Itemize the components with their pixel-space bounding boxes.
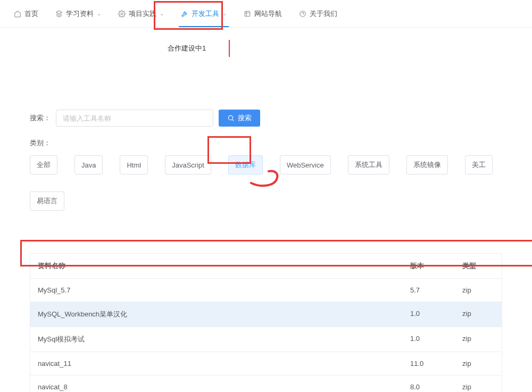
nav-label: 首页 — [24, 9, 38, 19]
category-button[interactable]: Java — [74, 155, 103, 174]
nav-home[interactable]: 首页 — [6, 1, 46, 27]
search-button[interactable]: 搜索 — [219, 110, 260, 127]
table-row[interactable]: MySql_5.75.7zip — [30, 279, 502, 302]
home-icon — [14, 10, 21, 18]
category-button[interactable]: 美工 — [465, 155, 493, 174]
cell-name: MySql模拟考试 — [30, 327, 403, 352]
category-button[interactable]: Html — [120, 155, 148, 174]
cell-type: zip — [455, 376, 502, 392]
cell-version: 1.0 — [403, 327, 455, 352]
category-button[interactable]: 数据库 — [228, 155, 263, 174]
cube-icon — [55, 10, 63, 18]
cell-version: 8.0 — [403, 376, 455, 392]
cell-version: 1.0 — [403, 302, 455, 327]
table-row[interactable]: MySQL_Workbench菜单汉化1.0zip — [30, 302, 502, 327]
nav-study[interactable]: 学习资料 ⌄ — [48, 1, 109, 27]
search-button-label: 搜索 — [238, 113, 252, 123]
cell-name: navicat_8 — [30, 376, 403, 392]
annotation-red-bar — [229, 40, 230, 57]
category-button[interactable]: 全部 — [30, 155, 57, 174]
cell-type: zip — [455, 327, 502, 352]
category-button[interactable]: WebService — [280, 155, 331, 174]
th-type: 类型 — [455, 254, 502, 279]
svg-point-3 — [228, 115, 232, 120]
th-name: 资料名称 — [30, 254, 403, 279]
chevron-down-icon: ⌄ — [97, 11, 101, 16]
category-button[interactable]: 易语言 — [30, 191, 64, 211]
nav-label: 学习资料 — [66, 9, 94, 19]
nav-label: 关于我们 — [310, 9, 337, 19]
chevron-down-icon: ⌄ — [222, 11, 227, 16]
category-row: 全部JavaHtmlJavaScript数据库WebService系统工具系统镜… — [30, 155, 502, 211]
search-icon — [227, 114, 235, 122]
gear-icon — [118, 10, 126, 18]
table-header: 资料名称 版本 类型 — [30, 254, 502, 279]
cell-name: MySQL_Workbench菜单汉化 — [30, 302, 403, 327]
search-row: 搜索： 搜索 — [30, 110, 502, 127]
cell-version: 11.0 — [403, 352, 455, 376]
nav-sitenav[interactable]: 网站导航 — [236, 1, 289, 27]
category-button[interactable]: 系统工具 — [348, 155, 389, 174]
table-row[interactable]: navicat_1111.0zip — [30, 352, 502, 376]
category-button[interactable]: 系统镜像 — [406, 155, 448, 174]
th-version: 版本 — [403, 254, 455, 279]
nav-label: 项目实践 — [129, 9, 156, 19]
cell-type: zip — [455, 302, 502, 327]
nav-projects[interactable]: 项目实践 ⌄ — [111, 1, 171, 27]
nav-devtools[interactable]: 开发工具 ⌄ — [173, 1, 234, 27]
subbanner: 合作建设中1 — [0, 28, 532, 60]
tools-table: 资料名称 版本 类型 MySql_5.75.7zipMySQL_Workbenc… — [30, 253, 502, 392]
cell-name: MySql_5.7 — [30, 279, 403, 302]
nav-label: 网站导航 — [254, 9, 282, 19]
table-row[interactable]: navicat_88.0zip — [30, 376, 502, 392]
cell-version: 5.7 — [403, 279, 455, 302]
nav-about[interactable]: 关于我们 — [292, 1, 345, 27]
table-row[interactable]: MySql模拟考试1.0zip — [30, 327, 502, 352]
subbanner-text: 合作建设中1 — [168, 44, 206, 53]
search-label: 搜索： — [30, 113, 51, 123]
tool-icon — [181, 10, 188, 18]
info-icon — [299, 10, 306, 18]
cell-name: navicat_11 — [30, 352, 403, 376]
top-navigation: 首页 学习资料 ⌄ 项目实践 ⌄ 开发工具 ⌄ 网站导航 关于我们 — [0, 0, 532, 28]
chevron-down-icon: ⌄ — [160, 11, 164, 16]
svg-point-0 — [121, 13, 123, 15]
search-input[interactable] — [56, 110, 213, 127]
compass-icon — [244, 10, 251, 18]
svg-point-2 — [300, 11, 306, 16]
svg-rect-1 — [245, 11, 250, 16]
cell-type: zip — [455, 279, 502, 302]
category-label: 类别： — [30, 138, 502, 148]
nav-label: 开发工具 — [192, 9, 219, 19]
cell-type: zip — [455, 352, 502, 376]
category-button[interactable]: JavaScript — [165, 155, 211, 174]
